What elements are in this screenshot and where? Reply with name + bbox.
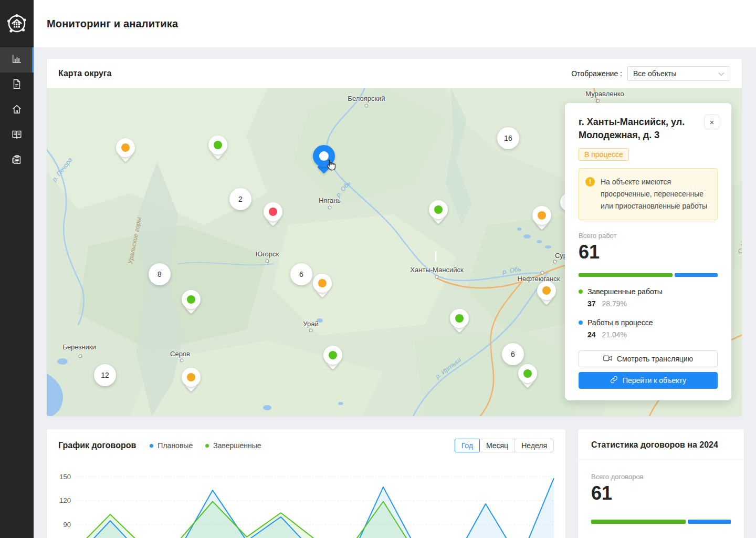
legend-inprogress-value: 24 xyxy=(587,330,596,339)
city-label: Нягань xyxy=(319,196,341,204)
chart-legend: Плановые Завершенные xyxy=(150,441,261,450)
total-works-value: 61 xyxy=(579,242,718,263)
display-control: Отображение : Все объекты xyxy=(571,66,730,81)
watch-stream-button[interactable]: Смотреть трансляцию xyxy=(579,350,718,367)
blue-dot-icon xyxy=(579,320,583,325)
svg-text:150: 150 xyxy=(59,473,71,481)
content: Карта округа Отображение : Все объекты xyxy=(34,47,756,538)
tab-week[interactable]: Неделя xyxy=(514,439,554,452)
sidebar-item-documents[interactable] xyxy=(0,73,34,98)
contracts-stats-card: Статистика договоров на 2024 Всего догов… xyxy=(578,429,744,538)
goto-object-button[interactable]: Перейти к объекту xyxy=(579,372,718,389)
progress-completed-segment xyxy=(591,520,686,524)
city-dot xyxy=(309,329,313,333)
legend-completed: Завершенные работы 37 28.79% xyxy=(579,287,718,308)
city-dot xyxy=(328,206,332,210)
city-label: Нефтеюганск xyxy=(518,275,560,283)
bar-chart-icon xyxy=(11,53,23,67)
green-dot-icon xyxy=(205,444,209,448)
bottom-row: 15012090 График договоров Плановые Завер… xyxy=(47,429,742,538)
map-cluster[interactable]: 6 xyxy=(502,343,524,365)
chevron-down-icon xyxy=(718,69,724,78)
svg-text:120: 120 xyxy=(59,496,71,504)
city-label: Серов xyxy=(170,350,190,358)
blue-dot-icon xyxy=(150,444,153,448)
map-canvas[interactable]: БелоярскийМуравленкоНяганьЮгорскХанты-Ма… xyxy=(47,88,742,416)
legend-inprogress-label: Работы в процессе xyxy=(587,318,653,327)
objects-filter-select[interactable]: Все объекты xyxy=(627,66,730,81)
main-area: Мониторинг и аналитика Карта округа Отоб… xyxy=(34,0,756,538)
contracts-chart-card: 15012090 График договоров Плановые Завер… xyxy=(47,429,565,538)
progress-completed-segment xyxy=(579,273,673,277)
city-label: Березники xyxy=(62,343,96,351)
total-works-label: Всего работ xyxy=(579,232,718,240)
map-area-label: р. Печора xyxy=(50,156,74,183)
city-dot xyxy=(79,355,82,358)
sidebar-item-registry[interactable] xyxy=(0,123,34,148)
page-title: Мониторинг и аналитика xyxy=(47,18,178,30)
map-card-header: Карта округа Отображение : Все объекты xyxy=(47,59,742,88)
city-label: Белоярский xyxy=(348,95,385,102)
sidebar-item-tasks[interactable] xyxy=(0,148,34,173)
city-dot xyxy=(596,99,600,103)
chart-card-header: График договоров Плановые Завершенные xyxy=(47,429,565,452)
warning-box: ! На объекте имеются просроченные, перен… xyxy=(579,168,718,220)
map-cluster[interactable]: 6 xyxy=(290,263,312,285)
map-cluster[interactable]: 8 xyxy=(149,263,171,285)
chart-card-title: График договоров xyxy=(58,441,136,450)
top-header: Мониторинг и аналитика xyxy=(34,0,756,47)
status-badge: В процессе xyxy=(579,148,629,161)
city-label: Югорск xyxy=(256,250,279,258)
legend-completed-percent: 28.79% xyxy=(602,299,626,308)
stats-card-title: Статистика договоров на 2024 xyxy=(578,429,744,459)
city-dot xyxy=(541,271,544,275)
sidebar-nav xyxy=(0,47,34,173)
clipboard-icon xyxy=(11,154,23,168)
tab-year[interactable]: Год xyxy=(455,439,480,452)
link-icon xyxy=(610,376,618,385)
period-tabs: Год Месяц Неделя xyxy=(455,439,554,452)
legend-inprogress: Работы в процессе 24 21.04% xyxy=(579,318,718,339)
progress-inprogress-segment xyxy=(675,273,718,277)
green-dot-icon xyxy=(579,289,583,294)
display-label: Отображение : xyxy=(571,69,622,78)
map-cluster[interactable]: 16 xyxy=(497,127,519,149)
works-progress-bar xyxy=(579,273,718,277)
sidebar-item-home[interactable] xyxy=(0,98,34,123)
open-book-icon xyxy=(11,129,23,142)
popup-title: г. Ханты-Мансийск, ул. Молодежная, д. 3 xyxy=(579,116,705,142)
city-dot xyxy=(180,359,184,363)
city-dot xyxy=(365,104,369,108)
legend-finished: Завершенные xyxy=(205,441,261,450)
warning-text: На объекте имеются просроченные, перенес… xyxy=(601,176,710,212)
warning-icon: ! xyxy=(585,177,595,187)
legend-planned: Плановые xyxy=(150,441,193,450)
map-cluster[interactable]: 12 xyxy=(94,364,116,386)
stats-card-body: Всего договоров 61 xyxy=(578,459,744,524)
app-root: Мониторинг и аналитика Карта округа Отоб… xyxy=(0,0,756,538)
cursor-pointer xyxy=(324,158,338,172)
document-icon xyxy=(11,78,23,92)
legend-inprogress-percent: 21.04% xyxy=(602,330,626,339)
city-dot xyxy=(266,260,269,263)
city-label: Ханты-Мансийск xyxy=(410,266,463,274)
close-icon[interactable]: × xyxy=(705,115,719,129)
total-contracts-value: 61 xyxy=(591,483,731,504)
city-dot xyxy=(553,260,557,264)
home-icon xyxy=(11,104,23,117)
contracts-progress-bar xyxy=(591,520,731,524)
map-cluster[interactable]: 2 xyxy=(229,188,251,210)
progress-inprogress-segment xyxy=(688,520,731,524)
sidebar xyxy=(0,0,34,538)
map-card-title: Карта округа xyxy=(58,69,111,78)
legend-completed-value: 37 xyxy=(587,299,596,308)
city-label: Муравленко xyxy=(585,90,624,98)
map-area-label: Западно- Сибирская равнина xyxy=(738,240,742,263)
video-camera-icon xyxy=(603,355,612,364)
legend-completed-label: Завершенные работы xyxy=(587,287,663,296)
tab-month[interactable]: Месяц xyxy=(479,439,515,452)
city-dot xyxy=(435,275,439,279)
sidebar-item-analytics[interactable] xyxy=(0,47,34,73)
svg-text:90: 90 xyxy=(64,521,71,529)
city-label: Урай xyxy=(303,320,318,328)
